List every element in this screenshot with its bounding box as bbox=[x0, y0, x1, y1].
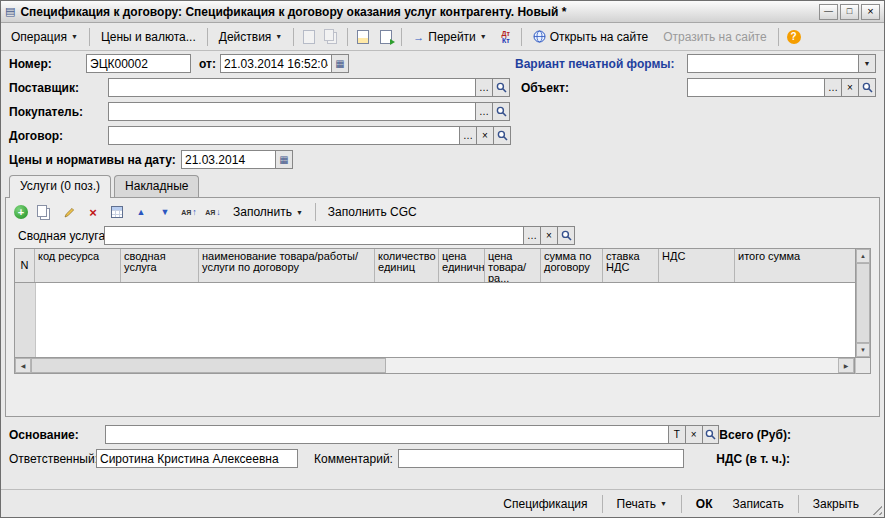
titlebar[interactable]: ▤ Спецификация к договору: Спецификация … bbox=[1, 1, 884, 23]
object-choose-button[interactable]: … bbox=[825, 78, 842, 97]
total-value bbox=[791, 426, 876, 443]
horizontal-scroll-thumb[interactable] bbox=[31, 358, 386, 373]
window-title: Спецификация к договору: Спецификация к … bbox=[20, 5, 814, 19]
horizontal-scrollbar[interactable]: ◀ ▶ bbox=[14, 358, 855, 374]
copy-icon bbox=[37, 205, 47, 217]
horizontal-scroll-track[interactable] bbox=[386, 358, 838, 373]
buyer-open-button[interactable] bbox=[493, 102, 510, 121]
document-icon: ▤ bbox=[5, 6, 15, 17]
contract-clear-button[interactable]: × bbox=[477, 126, 494, 145]
sort-descending-button[interactable]: АЯ↓ bbox=[202, 202, 224, 223]
help-button[interactable]: ? bbox=[783, 26, 805, 47]
tab-invoices[interactable]: Накладные bbox=[114, 175, 199, 197]
move-row-up-button[interactable]: ▲ bbox=[130, 202, 152, 223]
supplier-choose-button[interactable]: … bbox=[476, 78, 493, 97]
copy-icon bbox=[324, 29, 334, 41]
related-documents-button[interactable] bbox=[375, 26, 397, 47]
date-input[interactable] bbox=[220, 54, 332, 73]
from-label: от: bbox=[199, 57, 216, 71]
prices-currency-button[interactable]: Цены и валюта... bbox=[94, 26, 203, 48]
print-form-dropdown-button[interactable]: ▼ bbox=[859, 54, 876, 73]
document-structure-button[interactable] bbox=[352, 26, 374, 47]
move-row-down-button[interactable]: ▼ bbox=[154, 202, 176, 223]
sort-desc-icon: АЯ bbox=[205, 209, 215, 216]
dt-kt-postings-button[interactable]: Дт Кт bbox=[495, 26, 517, 47]
row-header-strip bbox=[15, 283, 36, 357]
actions-menu-button[interactable]: Действия ▼ bbox=[212, 26, 290, 48]
buyer-choose-button[interactable]: … bbox=[476, 102, 493, 121]
print-button[interactable]: Печать ▼ bbox=[608, 493, 676, 515]
column-header-total-sum[interactable]: итого сумма bbox=[735, 249, 855, 282]
magnifier-icon bbox=[862, 82, 873, 93]
toolbar-separator bbox=[401, 28, 402, 46]
tab-services[interactable]: Услуги (0 поз.) bbox=[9, 175, 111, 198]
sort-ascending-button[interactable]: АЯ↑ bbox=[178, 202, 200, 223]
fill-menu-button[interactable]: Заполнить ▼ bbox=[226, 201, 310, 223]
date-calendar-button[interactable]: ▦ bbox=[332, 54, 349, 73]
summary-service-open-button[interactable] bbox=[558, 226, 575, 245]
responsible-input[interactable] bbox=[96, 449, 298, 468]
supplier-input[interactable] bbox=[108, 78, 476, 97]
open-on-site-button[interactable]: Открыть на сайте bbox=[526, 26, 656, 48]
minimize-button[interactable]: — bbox=[819, 4, 838, 20]
buyer-input[interactable] bbox=[108, 102, 476, 121]
object-clear-button[interactable]: × bbox=[842, 78, 859, 97]
table-settings-button[interactable] bbox=[106, 202, 128, 223]
supplier-open-button[interactable] bbox=[493, 78, 510, 97]
prices-date-input[interactable] bbox=[181, 150, 276, 169]
object-input[interactable] bbox=[687, 78, 825, 97]
vertical-scroll-thumb[interactable] bbox=[856, 263, 870, 343]
contract-choose-button[interactable]: … bbox=[460, 126, 477, 145]
summary-service-label: Сводная услуга: bbox=[18, 229, 104, 243]
summary-service-clear-button[interactable]: × bbox=[541, 226, 558, 245]
calendar-icon: ▦ bbox=[279, 155, 288, 165]
basis-text-editor-button[interactable]: Т bbox=[669, 425, 686, 444]
close-button[interactable]: × bbox=[861, 4, 880, 20]
goto-menu-button[interactable]: → Перейти ▼ bbox=[406, 26, 494, 48]
specification-button[interactable]: Спецификация bbox=[494, 493, 596, 515]
prices-date-calendar-button[interactable]: ▦ bbox=[276, 150, 293, 169]
print-form-select[interactable] bbox=[687, 54, 859, 73]
operation-menu-button[interactable]: Операция ▼ bbox=[4, 26, 85, 48]
scroll-up-button[interactable]: ▲ bbox=[856, 249, 870, 263]
column-header-n[interactable]: N bbox=[15, 249, 35, 282]
copy-row-button[interactable] bbox=[34, 202, 56, 223]
comment-input[interactable] bbox=[398, 449, 684, 468]
delete-row-button[interactable]: × bbox=[82, 202, 104, 223]
column-header-name[interactable]: наименование товара/работы/услуги по дог… bbox=[199, 249, 375, 282]
scroll-down-button[interactable]: ▼ bbox=[856, 343, 870, 357]
copy-document-button[interactable] bbox=[321, 26, 343, 47]
reread-document-button[interactable] bbox=[298, 26, 320, 47]
maximize-button[interactable]: □ bbox=[840, 4, 859, 20]
basis-clear-button[interactable]: × bbox=[686, 425, 703, 444]
column-header-unit-price[interactable]: цена единичного bbox=[439, 249, 485, 282]
summary-service-choose-button[interactable]: … bbox=[524, 226, 541, 245]
contract-input[interactable] bbox=[108, 126, 460, 145]
contract-open-button[interactable] bbox=[494, 126, 511, 145]
summary-service-input[interactable] bbox=[104, 226, 524, 245]
scroll-left-button[interactable]: ◀ bbox=[15, 358, 31, 373]
ok-button[interactable]: ОК bbox=[687, 493, 722, 515]
add-row-button[interactable]: + bbox=[10, 202, 32, 223]
column-header-resource-code[interactable]: код ресурса bbox=[35, 249, 121, 282]
column-header-summary-service[interactable]: сводная услуга bbox=[121, 249, 199, 282]
edit-row-button[interactable] bbox=[58, 202, 80, 223]
total-label: Всего (Руб): bbox=[719, 428, 791, 442]
save-button[interactable]: Записать bbox=[724, 493, 793, 515]
object-open-button[interactable] bbox=[859, 78, 876, 97]
fill-cgc-button[interactable]: Заполнить CGC bbox=[321, 201, 424, 223]
reflect-on-site-button[interactable]: Отразить на сайте bbox=[656, 26, 773, 48]
basis-input[interactable] bbox=[105, 425, 669, 444]
number-input[interactable] bbox=[86, 54, 191, 73]
vertical-scrollbar[interactable]: ▲ ▼ bbox=[855, 248, 871, 358]
close-form-button[interactable]: Закрыть bbox=[804, 493, 868, 515]
column-header-goods-price[interactable]: цена товара/ра... bbox=[485, 249, 541, 282]
column-header-contract-sum[interactable]: сумма по договору bbox=[541, 249, 603, 282]
column-header-quantity[interactable]: количество единиц bbox=[375, 249, 439, 282]
chevron-down-icon: ▼ bbox=[864, 60, 871, 67]
basis-open-button[interactable] bbox=[703, 425, 720, 444]
scroll-right-button[interactable]: ▶ bbox=[838, 358, 854, 373]
column-header-vat[interactable]: НДС bbox=[659, 249, 735, 282]
column-header-vat-rate[interactable]: ставка НДС bbox=[603, 249, 659, 282]
table-header-row: N код ресурса сводная услуга наименовани… bbox=[15, 249, 855, 283]
